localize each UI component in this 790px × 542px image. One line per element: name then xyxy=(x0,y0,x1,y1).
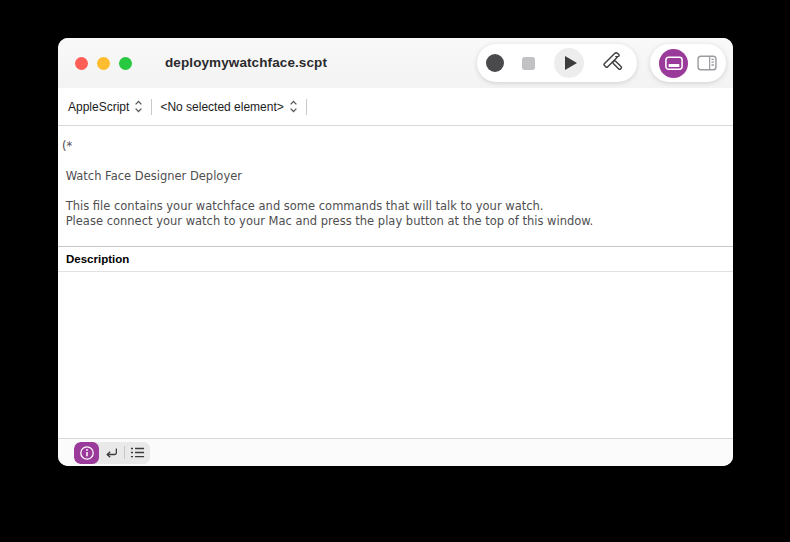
script-editor-area[interactable]: (* Watch Face Designer Deployer This fil… xyxy=(58,126,733,246)
traffic-lights xyxy=(75,57,132,70)
navbar-divider xyxy=(151,99,152,115)
script-controls-group xyxy=(477,44,637,82)
compile-button[interactable] xyxy=(602,50,628,76)
language-popup[interactable]: AppleScript xyxy=(68,100,143,114)
navbar-divider xyxy=(306,99,307,115)
stop-icon xyxy=(522,57,535,70)
result-segment-button[interactable] xyxy=(99,442,124,464)
record-icon xyxy=(486,54,504,72)
description-header: Description xyxy=(58,246,733,272)
language-popup-value: AppleScript xyxy=(68,100,129,114)
bottom-bar xyxy=(58,438,733,466)
element-popup[interactable]: <No selected element> xyxy=(160,100,297,114)
navigation-bar: AppleScript <No selected element> xyxy=(58,88,733,126)
title-bar: deploymywatchface.scpt xyxy=(58,38,733,88)
show-accessory-view-button[interactable] xyxy=(659,49,688,78)
play-icon xyxy=(554,48,584,78)
bottom-panel-icon xyxy=(659,49,688,78)
element-popup-value: <No selected element> xyxy=(160,100,283,114)
code-line: Watch Face Designer Deployer xyxy=(62,169,727,184)
return-arrow-icon xyxy=(104,446,119,460)
code-line: This file contains your watchface and so… xyxy=(62,199,727,214)
hammer-icon xyxy=(602,50,628,76)
record-button[interactable] xyxy=(486,54,504,72)
list-bullets-icon xyxy=(130,446,145,459)
desktop-background: { "window": { "title": "deploymywatchfac… xyxy=(0,0,790,542)
show-sidebar-button[interactable] xyxy=(697,55,717,71)
code-line: (* xyxy=(62,139,727,154)
view-controls-group xyxy=(650,44,726,82)
log-segment-button[interactable] xyxy=(125,442,150,464)
close-button[interactable] xyxy=(75,57,88,70)
popup-chevrons-icon xyxy=(134,100,143,113)
minimize-button[interactable] xyxy=(97,57,110,70)
sidebar-icon xyxy=(697,55,717,71)
stop-button[interactable] xyxy=(522,57,535,70)
description-segment-button[interactable] xyxy=(74,442,99,464)
code-line xyxy=(62,184,727,199)
script-editor-window: deploymywatchface.scpt xyxy=(58,38,733,466)
window-title: deploymywatchface.scpt xyxy=(165,38,327,88)
zoom-button[interactable] xyxy=(119,57,132,70)
description-panel[interactable] xyxy=(58,272,733,438)
code-line: Please connect your watch to your Mac an… xyxy=(62,214,727,229)
run-button[interactable] xyxy=(554,48,584,78)
code-line xyxy=(62,154,727,169)
accessory-view-segmented-control xyxy=(74,442,150,464)
popup-chevrons-icon xyxy=(289,100,298,113)
info-circle-icon xyxy=(79,445,95,461)
description-header-label: Description xyxy=(66,253,129,265)
